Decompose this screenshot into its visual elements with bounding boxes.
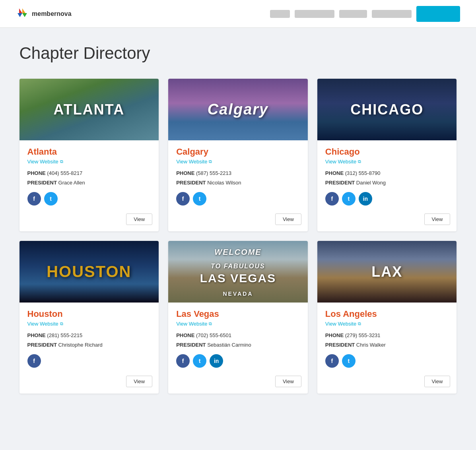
view-website-label: View Website xyxy=(325,321,356,327)
view-button-chicago[interactable]: View xyxy=(424,213,451,225)
chapter-name-atlanta: Atlanta xyxy=(27,147,151,157)
twitter-icon[interactable]: t xyxy=(193,192,206,206)
chapter-phone-lasvegas: PHONE (702) 555-6501 xyxy=(176,332,300,339)
chapter-president-houston: PRESIDENT Christophe Richard xyxy=(27,341,151,349)
card-footer-losangeles: View xyxy=(317,376,457,394)
view-website-label: View Website xyxy=(27,321,58,327)
social-icons-calgary: f t xyxy=(176,192,300,206)
view-button-atlanta[interactable]: View xyxy=(126,213,152,225)
chapter-president-calgary: PRESIDENT Nicolas Wilson xyxy=(176,179,300,187)
view-website-losangeles[interactable]: View Website ⧉ xyxy=(325,321,449,327)
nav-membership[interactable] xyxy=(295,10,334,18)
social-icons-atlanta: f t xyxy=(27,192,151,206)
header: membernova xyxy=(0,0,476,28)
twitter-icon[interactable]: t xyxy=(342,354,356,368)
twitter-icon[interactable]: t xyxy=(342,192,356,206)
social-icons-chicago: f t in xyxy=(325,192,449,206)
nav-resources[interactable] xyxy=(372,10,412,18)
chapter-phone-atlanta: PHONE (404) 555-8217 xyxy=(27,169,151,177)
chapter-card-losangeles: LAX Los Angeles View Website ⧉ PHONE (27… xyxy=(317,241,457,394)
card-image-calgary: Calgary xyxy=(168,79,308,140)
chapter-president-lasvegas: PRESIDENT Sebastián Carmino xyxy=(176,341,300,349)
view-website-label: View Website xyxy=(176,321,207,327)
card-image-losangeles: LAX xyxy=(317,241,457,303)
svg-marker-2 xyxy=(22,8,25,13)
chapter-name-houston: Houston xyxy=(27,309,151,319)
facebook-icon[interactable]: f xyxy=(27,192,41,206)
linkedin-icon[interactable]: in xyxy=(210,354,223,368)
chapter-name-calgary: Calgary xyxy=(176,147,300,157)
facebook-icon[interactable]: f xyxy=(176,192,190,206)
chapter-card-atlanta: ATLANTA Atlanta View Website ⧉ PHONE (40… xyxy=(19,79,159,231)
view-website-label: View Website xyxy=(325,159,356,165)
card-image-atlanta: ATLANTA xyxy=(19,79,159,140)
nav-blog[interactable] xyxy=(270,10,290,18)
chapter-phone-losangeles: PHONE (279) 555-3231 xyxy=(325,332,449,339)
view-button-losangeles[interactable]: View xyxy=(424,376,451,387)
chapter-name-chicago: Chicago xyxy=(325,147,449,157)
main-content: Chapter Directory ATLANTA Atlanta View W… xyxy=(12,28,465,409)
social-icons-losangeles: f t xyxy=(325,354,449,368)
chapter-phone-calgary: PHONE (587) 555-2213 xyxy=(176,169,300,177)
card-body-calgary: Calgary View Website ⧉ PHONE (587) 555-2… xyxy=(168,140,308,213)
logo[interactable]: membernova xyxy=(16,8,72,20)
chapter-name-lasvegas: Las Vegas xyxy=(176,309,300,319)
nav-events[interactable] xyxy=(339,10,367,18)
chapter-card-houston: HOUSTON Houston View Website ⧉ PHONE (28… xyxy=(19,241,159,394)
chapter-president-losangeles: PRESIDENT Chris Walker xyxy=(325,341,449,349)
view-website-label: View Website xyxy=(27,159,58,165)
city-label-atlanta: ATLANTA xyxy=(54,101,125,118)
chapter-card-chicago: CHICAGO Chicago View Website ⧉ PHONE (31… xyxy=(317,79,457,231)
facebook-icon[interactable]: f xyxy=(325,354,339,368)
social-icons-lasvegas: f t in xyxy=(176,354,300,368)
chapter-card-calgary: Calgary Calgary View Website ⧉ PHONE (58… xyxy=(168,79,308,231)
card-body-lasvegas: Las Vegas View Website ⧉ PHONE (702) 555… xyxy=(168,303,308,376)
view-button-lasvegas[interactable]: View xyxy=(275,376,301,387)
svg-marker-1 xyxy=(19,8,22,13)
nav-cta-button[interactable] xyxy=(416,6,460,22)
card-footer-chicago: View xyxy=(317,213,457,231)
view-website-houston[interactable]: View Website ⧉ xyxy=(27,321,151,327)
city-label-calgary: Calgary xyxy=(208,101,268,118)
card-body-chicago: Chicago View Website ⧉ PHONE (312) 555-8… xyxy=(317,140,457,213)
card-image-houston: HOUSTON xyxy=(19,241,159,303)
external-link-icon-chicago: ⧉ xyxy=(358,159,361,164)
twitter-icon[interactable]: t xyxy=(44,192,58,206)
view-website-calgary[interactable]: View Website ⧉ xyxy=(176,159,300,165)
view-website-atlanta[interactable]: View Website ⧉ xyxy=(27,159,151,165)
card-body-atlanta: Atlanta View Website ⧉ PHONE (404) 555-8… xyxy=(19,140,159,213)
external-link-icon-atlanta: ⧉ xyxy=(60,159,63,164)
city-label-lasvegas: Welcometo FabulousLAS VEGASNEVADA xyxy=(200,244,276,299)
card-footer-atlanta: View xyxy=(19,213,159,231)
view-button-calgary[interactable]: View xyxy=(275,213,301,225)
city-label-houston: HOUSTON xyxy=(47,263,131,281)
facebook-icon[interactable]: f xyxy=(325,192,339,206)
facebook-icon[interactable]: f xyxy=(176,354,190,368)
page-title: Chapter Directory xyxy=(19,44,457,63)
city-label-losangeles: LAX xyxy=(371,264,402,280)
city-label-chicago: CHICAGO xyxy=(350,101,424,118)
chapter-phone-chicago: PHONE (312) 555-8790 xyxy=(325,169,449,177)
chapter-president-chicago: PRESIDENT Daniel Wong xyxy=(325,179,449,187)
linkedin-icon[interactable]: in xyxy=(359,192,372,206)
external-link-icon-houston: ⧉ xyxy=(60,321,63,326)
svg-marker-3 xyxy=(17,13,22,17)
chapter-president-atlanta: PRESIDENT Grace Allen xyxy=(27,179,151,187)
chapter-grid: ATLANTA Atlanta View Website ⧉ PHONE (40… xyxy=(19,79,457,394)
facebook-icon[interactable]: f xyxy=(27,354,41,368)
external-link-icon-losangeles: ⧉ xyxy=(358,321,361,326)
chapter-name-losangeles: Los Angeles xyxy=(325,309,449,319)
card-footer-houston: View xyxy=(19,376,159,394)
twitter-icon[interactable]: t xyxy=(193,354,206,368)
card-body-losangeles: Los Angeles View Website ⧉ PHONE (279) 5… xyxy=(317,303,457,376)
external-link-icon-lasvegas: ⧉ xyxy=(209,321,212,326)
logo-icon xyxy=(16,8,29,20)
view-button-houston[interactable]: View xyxy=(126,376,152,387)
card-image-lasvegas: Welcometo FabulousLAS VEGASNEVADA xyxy=(168,241,308,303)
view-website-label: View Website xyxy=(176,159,207,165)
chapter-card-lasvegas: Welcometo FabulousLAS VEGASNEVADA Las Ve… xyxy=(168,241,308,394)
view-website-chicago[interactable]: View Website ⧉ xyxy=(325,159,449,165)
card-image-chicago: CHICAGO xyxy=(317,79,457,140)
view-website-lasvegas[interactable]: View Website ⧉ xyxy=(176,321,300,327)
svg-marker-4 xyxy=(22,13,27,17)
